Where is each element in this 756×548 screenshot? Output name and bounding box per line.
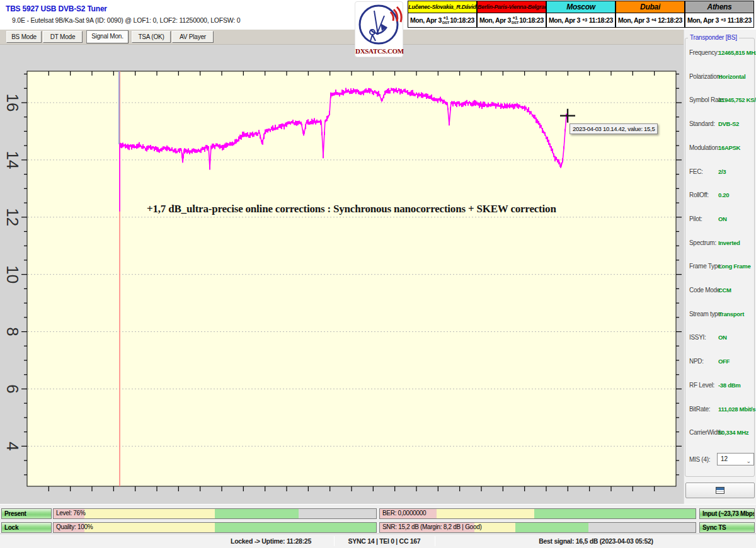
clock-athens: AthensMon, Apr 3+311:18:23: [685, 1, 754, 28]
bar-segment-high: [534, 509, 696, 518]
field-value-rolloff: 0.20: [718, 191, 729, 198]
clock-date: Mon, Apr 3: [549, 16, 580, 24]
field-label-modulation: Modulation:: [689, 144, 719, 151]
clock-city-label: Athens: [685, 1, 753, 13]
field-value-fec: 2/3: [718, 168, 726, 175]
meter-bar-level: Level: 76%: [53, 508, 377, 519]
clock-time: 11:18:23: [589, 16, 613, 24]
field-value-modulation: 16APSK: [718, 144, 740, 151]
dxsatcs-logo: DXSATCS.COM: [355, 1, 403, 57]
field-value-bitrate: 111,028 Mbit/s: [718, 406, 755, 413]
tab-tsa-ok-[interactable]: TSA (OK): [132, 31, 171, 43]
meter-bar-quality-label: Quality: 100%: [56, 523, 93, 530]
clock-offset-value: +4: [651, 18, 656, 23]
field-value-rflevel: -38 dBm: [718, 382, 740, 389]
clock-dst-flag: DST: [442, 21, 449, 25]
clock-dubai: DubaiMon, Apr 3+412:18:23: [616, 1, 685, 28]
clock-city-label: Dubai: [616, 1, 684, 13]
meter-bar-quality: Quality: 100%: [53, 522, 377, 533]
snr-chart[interactable]: 16141210864: [0, 45, 684, 504]
satellite-dish-icon: [355, 2, 403, 46]
field-value-codemode: CCM: [718, 287, 731, 294]
bar-segment-high: [215, 509, 299, 518]
y-axis-label-8: 8: [3, 327, 22, 336]
clock-city-label: Berlin-Paris-Vienna-Belgrade: [478, 1, 546, 13]
chevron-down-icon: ⌄: [746, 455, 751, 467]
clock-time-row: Mon, Apr 3+311:18:23: [547, 13, 615, 27]
clock-city-label: Lučenec-Slovakia_R.Dávid: [408, 1, 476, 13]
logo-text: DXSATCS.COM: [355, 47, 403, 55]
field-label-standard: Standard:: [689, 120, 715, 127]
tab-dt-mode[interactable]: DT Mode: [43, 31, 83, 43]
bar-segment-empty: [588, 523, 696, 532]
meter-bar-snr: SNR: 15,2 dB (Margin: 8,2 dB | Good): [379, 522, 696, 533]
clock-time: 12:18:23: [658, 16, 682, 24]
y-axis-label-4: 4: [3, 442, 22, 450]
field-value-spectrum: Inverted: [718, 239, 740, 246]
y-axis-label-12: 12: [3, 208, 22, 226]
tab-bs-mode[interactable]: BS Mode: [6, 31, 42, 43]
clock-time-row: Mon, Apr 3+311:18:23: [685, 13, 753, 27]
tab-signal-mon-[interactable]: Signal Mon.: [86, 30, 129, 43]
tuner-subtitle: 9.0E - Eutelsat 9B/Ka-Sat 9A (ID: 0090) …: [12, 16, 240, 24]
field-value-npd: OFF: [718, 358, 730, 365]
clock-date: Mon, Apr 3: [687, 16, 719, 24]
app-window: TBS 5927 USB DVB-S2 Tuner 9.0E - Eutelsa…: [0, 0, 756, 548]
clock-time-row: Mon, Apr 3+1DST10:18:23: [408, 13, 476, 27]
window-icon: [716, 487, 724, 494]
clock-offset-value: +3: [582, 18, 587, 23]
field-value-standard: DVB-S2: [718, 120, 739, 127]
clock-time-row: Mon, Apr 3+1DST10:18:23: [478, 13, 546, 27]
field-value-issyi: ON: [718, 334, 727, 341]
cursor-tooltip: 2023-04-03 10.14.42, value: 15,5: [570, 123, 658, 134]
clock-utc-offset: +3: [582, 18, 587, 23]
clock-utc-offset: +1DST: [442, 16, 449, 25]
signal-chart-panel: BERSNRQualityLevel 16141210864 +1,7 dB_u…: [0, 45, 684, 504]
y-axis-label-10: 10: [3, 265, 22, 283]
clock-utc-offset: +4: [651, 18, 656, 23]
field-value-frequency: 12465,815 MHz: [718, 49, 756, 56]
sync-status: SYNC 14 | TEI 0 | CC 167: [335, 537, 433, 545]
tab-av-player[interactable]: AV Player: [172, 31, 214, 43]
field-value-polarization: Horizontal: [718, 73, 745, 80]
field-label-spectrum: Spectrum:: [689, 239, 716, 246]
badge-lock: Lock: [1, 522, 52, 533]
clock-time: 11:18:23: [728, 16, 752, 24]
app-title: TBS 5927 USB DVB-S2 Tuner: [6, 4, 107, 13]
field-value-pilot: ON: [718, 215, 727, 222]
panel-toggle-button[interactable]: [685, 482, 755, 498]
clock-date: Mon, Apr 3: [479, 16, 511, 24]
field-value-frametype: Long Frame: [718, 263, 750, 270]
field-label-issyi: ISSYI:: [689, 334, 706, 341]
signal-meters: PresentLevel: 76%BER: 0,0000000Input (~2…: [0, 504, 756, 534]
mis-label: MIS (4):: [689, 456, 710, 463]
clock-dst-flag: DST: [512, 21, 518, 25]
chart-annotation: +1,7 dB_ultra-precise online corrections…: [147, 203, 556, 215]
field-label-pilot: Pilot:: [689, 215, 702, 222]
clock-date: Mon, Apr 3: [618, 16, 650, 24]
meter-bar-level-label: Level: 76%: [56, 510, 85, 517]
clock-utc-offset: +3: [721, 18, 726, 23]
bar-segment-mid: [437, 509, 534, 518]
field-label-npd: NPD:: [689, 358, 704, 365]
field-value-streamtype: Transport: [718, 311, 744, 317]
mis-dropdown[interactable]: 12 ⌄: [717, 453, 754, 465]
field-label-codemode: Code Mode:: [689, 287, 721, 294]
field-label-polarization: Polarization:: [689, 73, 721, 80]
y-axis-label-16: 16: [3, 94, 22, 112]
clock-moscow: MoscowMon, Apr 3+311:18:23: [546, 1, 616, 28]
field-label-rolloff: RollOff:: [689, 191, 709, 198]
statusbar-separator: [435, 536, 435, 546]
field-label-frequency: Frequency:: [689, 49, 719, 56]
clock-offset-value: +1: [444, 16, 449, 21]
clock-time: 10:18:23: [450, 16, 474, 24]
meter-bar-snr-label: SNR: 15,2 dB (Margin: 8,2 dB | Good): [382, 523, 481, 530]
field-value-symbolrate: 41945,752 KS/s: [718, 96, 756, 103]
badge-present: Present: [1, 508, 52, 519]
field-label-rflevel: RF Level:: [689, 382, 714, 389]
field-label-fec: FEC:: [689, 168, 703, 175]
bar-segment-high: [215, 523, 376, 532]
field-label-frametype: Frame Type:: [689, 263, 723, 270]
best-signal-status: Best signal: 16,5 dB (2023-04-03 05:52): [436, 537, 756, 545]
badge-input-23-73-mbps-: Input (~23,73 Mbps): [699, 508, 755, 519]
